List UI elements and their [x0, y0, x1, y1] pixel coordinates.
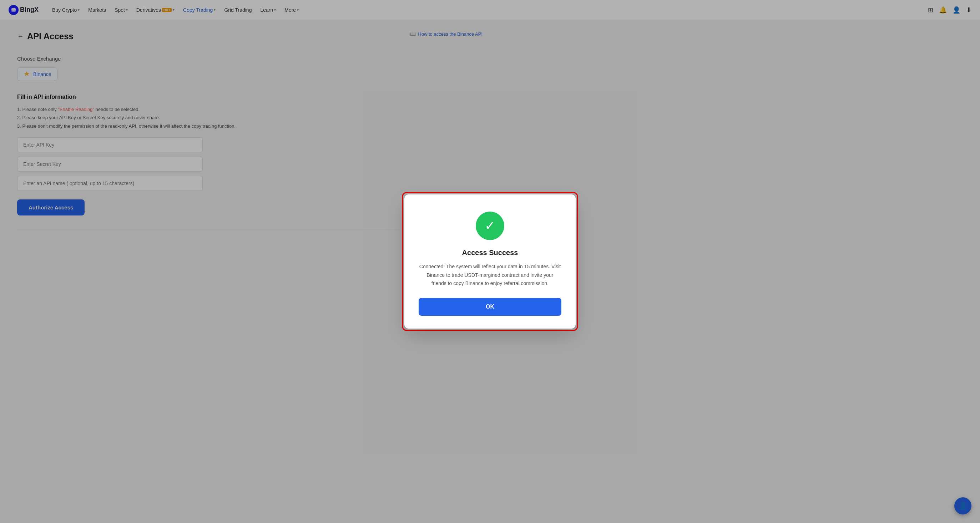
modal-ok-button[interactable]: OK — [418, 298, 562, 316]
checkmark-icon: ✓ — [485, 219, 495, 232]
success-modal: ✓ Access Success Connected! The system w… — [404, 194, 576, 329]
success-icon-circle: ✓ — [476, 211, 504, 240]
modal-overlay: ✓ Access Success Connected! The system w… — [0, 0, 980, 523]
modal-highlight-border: ✓ Access Success Connected! The system w… — [402, 192, 578, 331]
modal-body: Connected! The system will reflect your … — [418, 262, 562, 288]
modal-title: Access Success — [418, 249, 562, 257]
